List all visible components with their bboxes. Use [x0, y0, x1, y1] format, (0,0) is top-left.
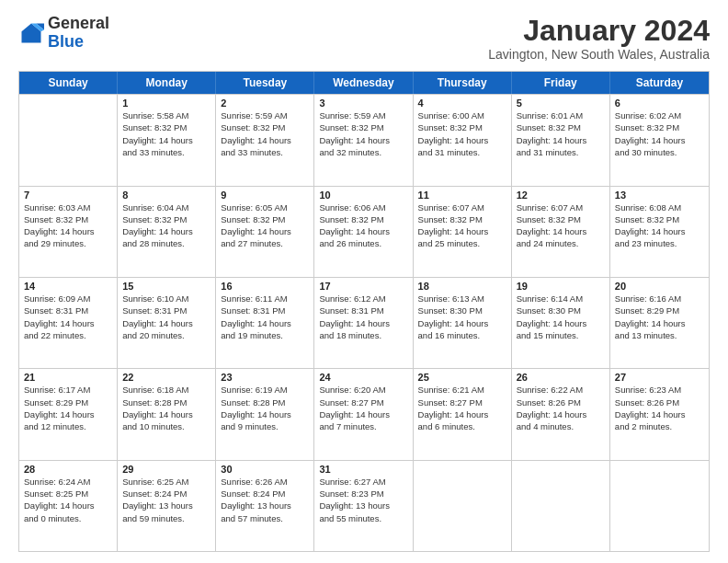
cell-info-line: and 0 minutes. [24, 512, 112, 524]
cell-info-line: and 23 minutes. [615, 237, 704, 249]
cell-info-line: Sunrise: 6:19 AM [221, 384, 309, 396]
cell-info-line: Sunset: 8:26 PM [517, 396, 605, 408]
cell-info-line: and 31 minutes. [418, 146, 506, 158]
cell-info-line: Daylight: 14 hours [319, 317, 407, 329]
cell-info-line: and 59 minutes. [122, 512, 210, 524]
cell-info-line: and 9 minutes. [221, 420, 309, 432]
title-block: January 2024 Lavington, New South Wales,… [488, 15, 710, 62]
day-number: 23 [221, 372, 309, 383]
cell-info-line: Daylight: 14 hours [221, 408, 309, 420]
day-cell-empty [512, 461, 610, 551]
cell-info-line: Daylight: 14 hours [319, 134, 407, 146]
day-number: 25 [418, 372, 506, 383]
day-cell-18: 18Sunrise: 6:13 AMSunset: 8:30 PMDayligh… [414, 278, 512, 368]
day-number: 26 [517, 372, 605, 383]
cell-info-line: Sunset: 8:32 PM [615, 213, 704, 225]
cell-info-line: Daylight: 13 hours [221, 500, 309, 511]
day-cell-24: 24Sunrise: 6:20 AMSunset: 8:27 PMDayligh… [314, 369, 413, 459]
cell-info-line: Daylight: 14 hours [319, 408, 407, 420]
cell-info-line: Sunset: 8:32 PM [122, 121, 210, 133]
cell-info-line: Daylight: 14 hours [418, 134, 506, 146]
day-cell-9: 9Sunrise: 6:05 AMSunset: 8:32 PMDaylight… [216, 187, 314, 277]
cell-info-line: Sunrise: 5:59 AM [221, 109, 309, 121]
day-cell-12: 12Sunrise: 6:07 AMSunset: 8:32 PMDayligh… [512, 187, 610, 277]
day-cell-30: 30Sunrise: 6:26 AMSunset: 8:24 PMDayligh… [216, 461, 314, 551]
day-cell-4: 4Sunrise: 6:00 AMSunset: 8:32 PMDaylight… [414, 95, 512, 185]
cell-info-line: Daylight: 14 hours [319, 225, 407, 237]
cell-info-line: Sunset: 8:25 PM [24, 488, 112, 500]
day-cell-10: 10Sunrise: 6:06 AMSunset: 8:32 PMDayligh… [314, 187, 413, 277]
cell-info-line: Daylight: 14 hours [615, 134, 704, 146]
cell-info-line: and 15 minutes. [517, 329, 605, 341]
day-number: 4 [418, 98, 506, 109]
cell-info-line: Sunrise: 6:16 AM [615, 293, 704, 304]
day-cell-26: 26Sunrise: 6:22 AMSunset: 8:26 PMDayligh… [512, 369, 610, 459]
cell-info-line: and 29 minutes. [24, 237, 112, 249]
cell-info-line: Daylight: 14 hours [122, 134, 210, 146]
cell-info-line: and 16 minutes. [418, 329, 506, 341]
cell-info-line: and 13 minutes. [615, 329, 704, 341]
cell-info-line: and 2 minutes. [615, 420, 704, 432]
cell-info-line: Daylight: 14 hours [615, 408, 704, 420]
cell-info-line: Sunrise: 6:26 AM [221, 476, 309, 488]
day-number: 7 [24, 190, 112, 201]
cell-info-line: Sunset: 8:32 PM [517, 213, 605, 225]
day-number: 11 [418, 190, 506, 201]
cell-info-line: Sunset: 8:32 PM [221, 213, 309, 225]
day-cell-13: 13Sunrise: 6:08 AMSunset: 8:32 PMDayligh… [610, 187, 709, 277]
day-number: 17 [319, 281, 407, 292]
cell-info-line: Daylight: 14 hours [24, 317, 112, 329]
day-number: 27 [615, 372, 704, 383]
logo-icon [18, 20, 44, 46]
day-header-thursday: Thursday [414, 72, 512, 94]
cell-info-line: and 19 minutes. [221, 329, 309, 341]
cell-info-line: Sunset: 8:26 PM [615, 396, 704, 408]
cell-info-line: Sunrise: 6:25 AM [122, 476, 210, 488]
cell-info-line: Sunrise: 6:04 AM [122, 201, 210, 213]
cell-info-line: Sunrise: 6:03 AM [24, 201, 112, 213]
day-cell-23: 23Sunrise: 6:19 AMSunset: 8:28 PMDayligh… [216, 369, 314, 459]
cell-info-line: Sunrise: 6:01 AM [517, 109, 605, 121]
cell-info-line: Daylight: 14 hours [221, 225, 309, 237]
day-number: 24 [319, 372, 407, 383]
cell-info-line: Daylight: 13 hours [319, 500, 407, 511]
week-row-2: 7Sunrise: 6:03 AMSunset: 8:32 PMDaylight… [19, 186, 709, 277]
cell-info-line: Sunrise: 6:08 AM [615, 201, 704, 213]
cell-info-line: Sunrise: 6:05 AM [221, 201, 309, 213]
day-cell-21: 21Sunrise: 6:17 AMSunset: 8:29 PMDayligh… [19, 369, 118, 459]
cell-info-line: and 28 minutes. [122, 237, 210, 249]
cell-info-line: Sunset: 8:29 PM [615, 304, 704, 316]
cell-info-line: Daylight: 14 hours [122, 225, 210, 237]
day-number: 3 [319, 98, 407, 109]
day-number: 29 [122, 464, 210, 475]
day-cell-11: 11Sunrise: 6:07 AMSunset: 8:32 PMDayligh… [414, 187, 512, 277]
cell-info-line: and 30 minutes. [615, 146, 704, 158]
cell-info-line: Sunrise: 5:58 AM [122, 109, 210, 121]
cell-info-line: Sunrise: 5:59 AM [319, 109, 407, 121]
day-number: 12 [517, 190, 605, 201]
cell-info-line: and 33 minutes. [122, 146, 210, 158]
day-cell-16: 16Sunrise: 6:11 AMSunset: 8:31 PMDayligh… [216, 278, 314, 368]
logo-text: General Blue [48, 15, 109, 52]
day-header-sunday: Sunday [19, 72, 118, 94]
cell-info-line: Daylight: 14 hours [517, 408, 605, 420]
cell-info-line: Sunset: 8:32 PM [221, 121, 309, 133]
cell-info-line: Daylight: 14 hours [615, 225, 704, 237]
cell-info-line: Sunrise: 6:20 AM [319, 384, 407, 396]
day-number: 15 [122, 281, 210, 292]
cell-info-line: Sunset: 8:23 PM [319, 488, 407, 500]
cell-info-line: and 6 minutes. [418, 420, 506, 432]
day-cell-empty [610, 461, 709, 551]
cell-info-line: Sunrise: 6:12 AM [319, 293, 407, 304]
cell-info-line: Sunrise: 6:17 AM [24, 384, 112, 396]
cell-info-line: Sunrise: 6:14 AM [517, 293, 605, 304]
day-number: 16 [221, 281, 309, 292]
cell-info-line: Sunset: 8:32 PM [418, 213, 506, 225]
day-number: 2 [221, 98, 309, 109]
day-cell-1: 1Sunrise: 5:58 AMSunset: 8:32 PMDaylight… [118, 95, 216, 185]
day-cell-8: 8Sunrise: 6:04 AMSunset: 8:32 PMDaylight… [118, 187, 216, 277]
cell-info-line: Daylight: 14 hours [24, 408, 112, 420]
cell-info-line: and 31 minutes. [517, 146, 605, 158]
cell-info-line: Sunrise: 6:13 AM [418, 293, 506, 304]
cell-info-line: Daylight: 14 hours [615, 317, 704, 329]
